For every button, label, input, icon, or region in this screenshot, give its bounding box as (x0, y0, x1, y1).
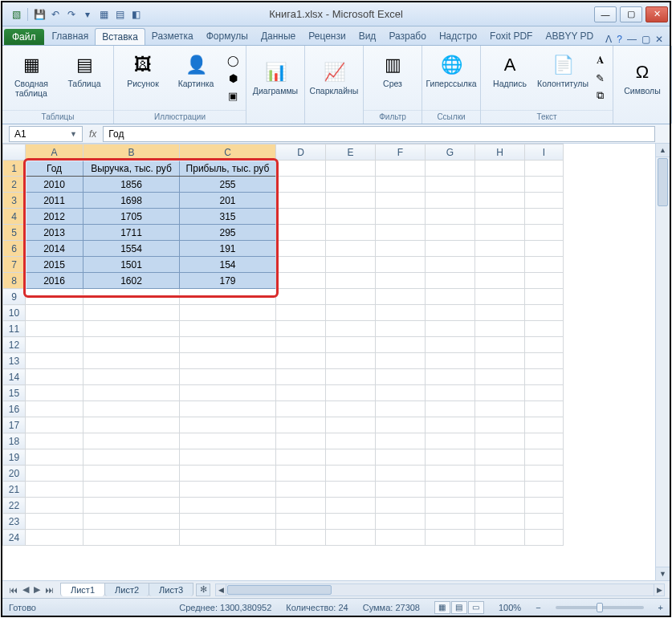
cell-F7[interactable] (376, 257, 426, 273)
cell-D12[interactable] (276, 337, 326, 353)
cell-G22[interactable] (426, 498, 475, 514)
cell-D15[interactable] (276, 385, 326, 401)
row-header-21[interactable]: 21 (3, 482, 26, 498)
ribbon-tab-foxit pdf[interactable]: Foxit PDF (483, 28, 539, 45)
cell-I8[interactable] (525, 273, 564, 289)
view-normal-button[interactable]: ▦ (434, 601, 450, 614)
formula-bar[interactable]: Год (103, 126, 655, 142)
cell-I4[interactable] (525, 209, 564, 225)
cell-D16[interactable] (276, 401, 326, 417)
cell-B6[interactable]: 1554 (83, 241, 180, 257)
cell-C15[interactable] (180, 385, 276, 401)
cell-B1[interactable]: Выручка, тыс. руб (83, 161, 180, 177)
scroll-left-icon[interactable]: ◀ (216, 584, 226, 596)
ribbon-tab-abbyy pd[interactable]: ABBYY PD (539, 28, 600, 45)
ribbon-tab-разрабо[interactable]: Разрабо (382, 28, 433, 45)
cell-B16[interactable] (83, 401, 180, 417)
row-header-15[interactable]: 15 (3, 385, 26, 401)
cell-A2[interactable]: 2010 (26, 177, 83, 193)
cell-I3[interactable] (525, 193, 564, 209)
cell-D2[interactable] (276, 177, 326, 193)
cell-I12[interactable] (525, 337, 564, 353)
cell-E6[interactable] (326, 241, 376, 257)
cell-B21[interactable] (83, 482, 180, 498)
cell-B19[interactable] (83, 449, 180, 466)
cell-B12[interactable] (83, 337, 180, 353)
cell-A19[interactable] (26, 449, 83, 466)
cell-G23[interactable] (426, 514, 475, 530)
cell-A11[interactable] (26, 321, 83, 337)
cell-A8[interactable]: 2016 (26, 273, 83, 289)
cell-A12[interactable] (26, 337, 83, 353)
cell-H24[interactable] (475, 530, 525, 546)
cell-A4[interactable]: 2012 (26, 209, 83, 225)
qat-more-icon[interactable]: ▾ (80, 7, 95, 22)
clipart-button[interactable]: 👤Картинка (172, 49, 220, 107)
row-header-9[interactable]: 9 (3, 289, 26, 305)
cell-D9[interactable] (276, 289, 326, 305)
cell-G14[interactable] (426, 369, 475, 385)
col-header-D[interactable]: D (276, 144, 326, 161)
cell-E15[interactable] (326, 385, 376, 401)
cell-H4[interactable] (475, 209, 525, 225)
cell-I7[interactable] (525, 257, 564, 273)
object-icon[interactable]: ⧉ (592, 87, 608, 104)
cell-E10[interactable] (326, 305, 376, 321)
cell-A20[interactable] (26, 466, 83, 482)
cell-A3[interactable]: 2011 (26, 193, 83, 209)
cell-G13[interactable] (426, 353, 475, 369)
cell-E2[interactable] (326, 177, 376, 193)
cell-H14[interactable] (475, 369, 525, 385)
cell-H21[interactable] (475, 482, 525, 498)
col-header-A[interactable]: A (26, 144, 83, 161)
cell-D6[interactable] (276, 241, 326, 257)
cell-G7[interactable] (426, 257, 475, 273)
cell-D10[interactable] (276, 305, 326, 321)
cell-F13[interactable] (376, 353, 426, 369)
cell-H8[interactable] (475, 273, 525, 289)
cell-C18[interactable] (180, 433, 276, 449)
cell-B2[interactable]: 1856 (83, 177, 180, 193)
picture-button[interactable]: 🖼Рисунок (119, 49, 167, 107)
cell-D3[interactable] (276, 193, 326, 209)
cell-G10[interactable] (426, 305, 475, 321)
cell-F21[interactable] (376, 482, 426, 498)
cell-C6[interactable]: 191 (180, 241, 276, 257)
cell-C23[interactable] (180, 514, 276, 530)
col-header-G[interactable]: G (426, 144, 475, 161)
row-header-8[interactable]: 8 (3, 273, 26, 289)
cell-A23[interactable] (26, 514, 83, 530)
cell-B14[interactable] (83, 369, 180, 385)
cell-E24[interactable] (326, 530, 376, 546)
cell-I5[interactable] (525, 225, 564, 241)
sheet-nav-1[interactable]: ◀ (21, 584, 31, 595)
cell-I22[interactable] (525, 498, 564, 514)
row-header-13[interactable]: 13 (3, 353, 26, 369)
cell-A15[interactable] (26, 385, 83, 401)
cell-C22[interactable] (180, 498, 276, 514)
cell-G4[interactable] (426, 209, 475, 225)
cell-G2[interactable] (426, 177, 475, 193)
sheet-nav-0[interactable]: ⏮ (7, 585, 19, 595)
cell-F14[interactable] (376, 369, 426, 385)
cell-I1[interactable] (525, 161, 564, 177)
cell-C10[interactable] (180, 305, 276, 321)
cell-D7[interactable] (276, 257, 326, 273)
cell-A22[interactable] (26, 498, 83, 514)
zoom-level[interactable]: 100% (499, 603, 521, 612)
help-icon[interactable]: ? (617, 34, 622, 45)
cell-B3[interactable]: 1698 (83, 193, 180, 209)
cell-F23[interactable] (376, 514, 426, 530)
cell-F18[interactable] (376, 433, 426, 449)
cell-A18[interactable] (26, 433, 83, 449)
cell-G15[interactable] (426, 385, 475, 401)
sheet-tab-Лист1[interactable]: Лист1 (60, 583, 105, 596)
cell-C20[interactable] (180, 466, 276, 482)
cell-D21[interactable] (276, 482, 326, 498)
cell-A24[interactable] (26, 530, 83, 546)
cell-I14[interactable] (525, 369, 564, 385)
cell-F12[interactable] (376, 337, 426, 353)
cell-E1[interactable] (326, 161, 376, 177)
row-header-16[interactable]: 16 (3, 401, 26, 417)
minimize-button[interactable]: — (594, 6, 617, 22)
